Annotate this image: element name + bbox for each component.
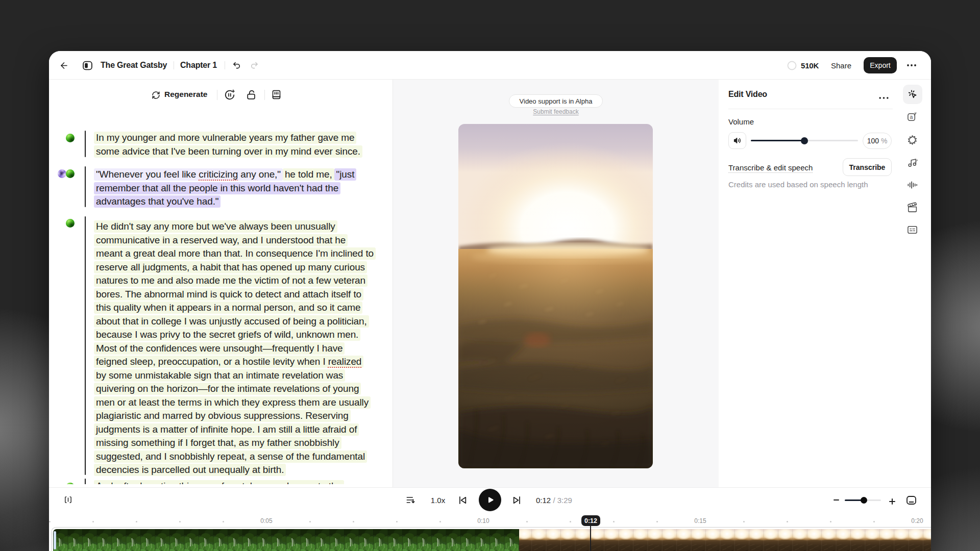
svg-text:a: a [910,114,913,120]
